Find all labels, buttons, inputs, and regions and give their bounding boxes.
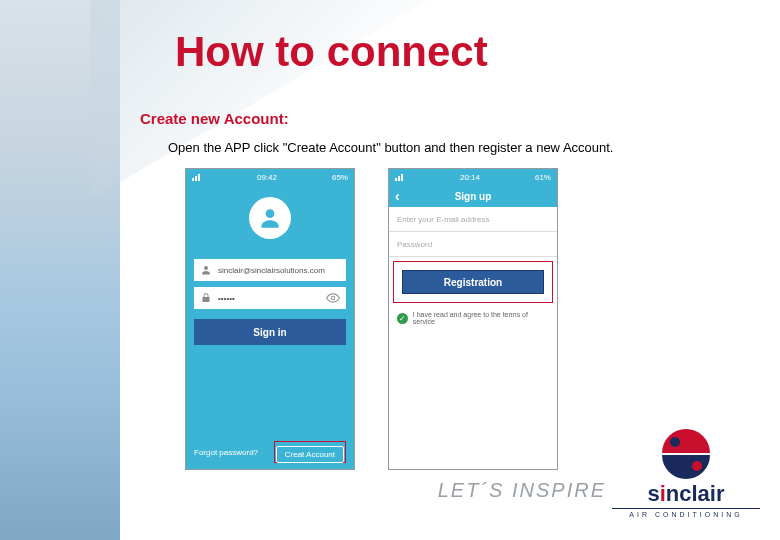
brand-name: sinclair [612,481,760,507]
email-value: sinclair@sinclairsolutions.com [218,266,340,275]
brand-logo: sinclair AIR CONDITIONING [612,429,760,518]
status-battery: 61% [535,173,551,182]
slide-title: How to connect [175,28,488,76]
svg-point-0 [266,209,275,218]
highlight-box: Creat Account [274,441,346,463]
terms-row[interactable]: ✓ I have read and agree to the terms of … [389,307,557,329]
registration-button[interactable]: Registration [402,270,544,294]
check-icon: ✓ [397,313,408,324]
svg-point-1 [204,266,208,270]
signal-icon [192,173,202,181]
brand-subtitle: AIR CONDITIONING [612,508,760,518]
password-input[interactable]: Password [389,232,557,257]
terms-label: I have read and agree to the terms of se… [413,311,549,325]
email-field[interactable]: sinclair@sinclairsolutions.com [194,259,346,281]
instruction-text: Open the APP click "Create Account" butt… [168,140,614,155]
section-heading: Create new Account: [140,110,289,127]
signup-title: Sign up [455,191,492,202]
email-input[interactable]: Enter your E-mail address [389,207,557,232]
signup-header: ‹ Sign up [389,185,557,207]
avatar-wrap [186,185,354,239]
password-value: •••••• [218,294,320,303]
create-account-button[interactable]: Creat Account [276,446,344,463]
status-time: 20:14 [460,173,480,182]
highlight-box: Registration [393,261,553,303]
swirl-icon [661,429,711,479]
screenshot-signup: 20:14 61% ‹ Sign up Enter your E-mail ad… [388,168,558,470]
eye-icon[interactable] [326,293,340,303]
forgot-password-link[interactable]: Forgot password? [194,448,258,457]
lock-icon [200,292,212,304]
status-bar: 09:42 65% [186,169,354,185]
avatar-icon [249,197,291,239]
svg-rect-2 [203,297,210,302]
signup-body: ‹ Sign up Enter your E-mail address Pass… [389,185,557,469]
screenshot-signin: 09:42 65% sinclair@sinclairsolutions.com… [185,168,355,470]
user-icon [200,264,212,276]
signal-icon [395,173,405,181]
signin-body: sinclair@sinclairsolutions.com •••••• Si… [186,185,354,469]
status-battery: 65% [332,173,348,182]
svg-point-3 [331,296,335,300]
tagline: LET´S INSPIRE [438,479,606,502]
password-field[interactable]: •••••• [194,287,346,309]
status-bar: 20:14 61% [389,169,557,185]
back-icon[interactable]: ‹ [395,188,400,204]
signin-button[interactable]: Sign in [194,319,346,345]
status-time: 09:42 [257,173,277,182]
